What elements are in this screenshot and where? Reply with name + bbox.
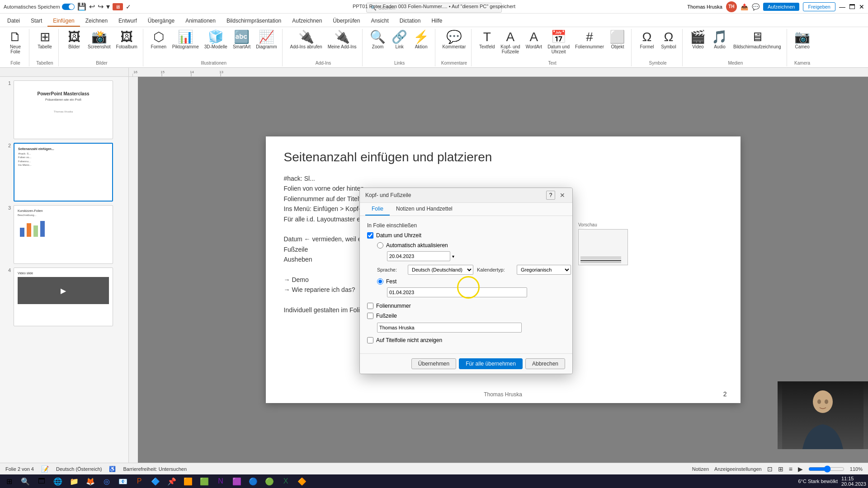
share-icon[interactable]: 📤 xyxy=(741,3,748,10)
ribbon-btn-audio[interactable]: 🎵Audio xyxy=(710,30,730,50)
cancel-button[interactable]: Abbrechen xyxy=(525,358,565,369)
ribbon-btn-add-ins-abrufen[interactable]: 🔌Add-Ins abrufen xyxy=(288,30,324,50)
ribbon-btn-cameo[interactable]: 📷Cameo xyxy=(793,30,812,50)
ribbon-btn-piktogramme[interactable]: 📊Piktogramme xyxy=(170,30,201,50)
dialog-help-button[interactable]: ? xyxy=(546,191,555,200)
ribbon-btn-aktion[interactable]: ⚡Aktion xyxy=(411,30,431,50)
redo-icon[interactable]: ↪ xyxy=(98,2,104,11)
freigeben-button[interactable]: Freigeben xyxy=(803,2,835,11)
taskbar-app2[interactable]: 🔷 xyxy=(148,475,163,487)
datetime-checkbox[interactable] xyxy=(367,232,373,239)
dialog-close-button[interactable]: ✕ xyxy=(558,191,567,200)
fest-radio[interactable] xyxy=(377,278,383,285)
ribbon-btn-formel[interactable]: ΩFormel xyxy=(637,30,657,50)
ribbon-tab-entwurf[interactable]: Entwurf xyxy=(113,16,142,27)
slide-item-1[interactable]: 1 PowerPoint Masterclass Präsentieren wi… xyxy=(4,80,125,139)
ribbon-tab-animationen[interactable]: Animationen xyxy=(180,16,221,27)
save-icon[interactable]: 💾 xyxy=(77,2,86,11)
slide-thumbnail-1[interactable]: PowerPoint Masterclass Präsentieren wie … xyxy=(14,80,113,139)
taskbar-app5[interactable]: 🟩 xyxy=(197,475,212,487)
fest-date-input[interactable] xyxy=(387,287,527,297)
slide-item-3[interactable]: 3Kurskizzen-FolienBeschreibung... xyxy=(4,205,125,264)
ribbon-btn-bilder[interactable]: 🖼Bilder xyxy=(64,30,84,50)
ribbon-btn-foliennummer[interactable]: #Foliennummer xyxy=(573,30,606,50)
notes-label[interactable]: Notizen xyxy=(692,466,709,472)
taskbar-search[interactable]: 🔍 xyxy=(18,475,33,487)
ribbon-btn-textfeld[interactable]: TTextfeld xyxy=(477,30,497,50)
ribbon-btn-bildschirmaufzeichnung[interactable]: 🖥Bildschirmaufzeichnung xyxy=(731,30,783,50)
minimize-icon[interactable]: — xyxy=(839,3,845,10)
taskbar-app4[interactable]: 🟧 xyxy=(181,475,195,487)
taskbar-explorer[interactable]: 📁 xyxy=(67,475,81,487)
titelfolie-checkbox[interactable] xyxy=(367,337,373,343)
ribbon-btn-meine-add-ins[interactable]: 🔌Meine Add-Ins xyxy=(326,30,359,50)
slide-thumbnail-3[interactable]: Kurskizzen-FolienBeschreibung... xyxy=(14,205,113,264)
fuszeile-checkbox[interactable] xyxy=(367,313,373,319)
presentation-icon[interactable]: 🖥 xyxy=(113,3,123,10)
auto-update-radio[interactable] xyxy=(377,242,383,249)
customize-icon[interactable]: ▾ xyxy=(106,2,110,11)
user-avatar[interactable]: TH xyxy=(726,1,737,12)
taskbar-powerpoint[interactable]: P xyxy=(132,475,146,487)
ribbon-tab-hilfe[interactable]: Hilfe xyxy=(426,16,448,27)
apply-all-button[interactable]: Für alle übernehmen xyxy=(459,358,523,369)
view-reading-icon[interactable]: ≡ xyxy=(789,465,793,473)
autosave-switch[interactable] xyxy=(62,4,75,10)
foliennummer-checkbox[interactable] xyxy=(367,303,373,309)
ribbon-btn-tabelle[interactable]: ⊞Tabelle xyxy=(35,30,55,50)
taskbar-edge[interactable]: 🌐 xyxy=(51,475,65,487)
ribbon-btn-screenshot[interactable]: 📸Screenshot xyxy=(86,30,113,50)
slide-thumbnail-4[interactable]: Video slide▶ xyxy=(14,267,113,326)
ribbon-btn-smartart[interactable]: 🔤SmartArt xyxy=(231,30,252,50)
ribbon-tab-bildschirmprsentation[interactable]: Bildschirmpräsentation xyxy=(221,16,287,27)
sprache-select[interactable]: Deutsch (Deutschland) xyxy=(408,265,473,275)
slide-item-2[interactable]: 2Seitenanzahl einfügen...#hack: S...Foli… xyxy=(4,143,125,202)
undo-icon[interactable]: ↩ xyxy=(89,2,95,11)
ribbon-tab-dictation[interactable]: Dictation xyxy=(394,16,426,27)
ribbon-btn-datum-und-uhrzeit[interactable]: 📅Datum und Uhrzeit xyxy=(546,30,571,55)
auto-date-dropdown[interactable]: ▾ xyxy=(452,254,454,259)
view-grid-icon[interactable]: ⊞ xyxy=(778,465,783,473)
slide-thumbnail-2[interactable]: Seitenanzahl einfügen...#hack: S...Folie… xyxy=(14,143,113,202)
ribbon-tab-ansicht[interactable]: Ansicht xyxy=(365,16,394,27)
taskbar-outlook[interactable]: 📧 xyxy=(116,475,130,487)
ribbon-tab-berprfen[interactable]: Überprüfen xyxy=(327,16,365,27)
zoom-slider[interactable] xyxy=(808,465,844,473)
ribbon-btn-wordart[interactable]: AWordArt xyxy=(524,30,544,50)
ribbon-btn-kommentar[interactable]: 💬Kommentar xyxy=(441,30,468,50)
auto-date-input[interactable] xyxy=(387,251,450,261)
taskbar-firefox[interactable]: 🦊 xyxy=(83,475,98,487)
aufzeichnen-button[interactable]: Aufzeichnen xyxy=(763,3,800,11)
ribbon-tab-start[interactable]: Start xyxy=(25,16,47,27)
window-close-icon[interactable]: ✕ xyxy=(859,3,864,10)
taskbar-excel[interactable]: X xyxy=(278,475,293,487)
fuszeile-input[interactable] xyxy=(377,323,522,333)
ribbon-tab-einfgen[interactable]: Einfügen xyxy=(47,16,80,27)
taskbar-app7[interactable]: 🔵 xyxy=(246,475,260,487)
ribbon-btn-zoom[interactable]: 🔍Zoom xyxy=(368,30,388,50)
view-presentation-icon[interactable]: ▶ xyxy=(798,465,803,473)
ribbon-tab-bergnge[interactable]: Übergänge xyxy=(142,16,180,27)
ribbon-btn-diagramm[interactable]: 📈Diagramm xyxy=(254,30,278,50)
ribbon-btn-neue-folie[interactable]: 🗋Neue Folie xyxy=(5,30,25,55)
taskbar-chrome[interactable]: ◎ xyxy=(99,475,114,487)
ribbon-btn-objekt[interactable]: ⬜Objekt xyxy=(608,30,627,50)
taskbar-windows[interactable]: ⊞ xyxy=(2,475,16,487)
ribbon-btn-formen[interactable]: ⬡Formen xyxy=(149,30,169,50)
ribbon-btn-link[interactable]: 🔗Link xyxy=(390,30,410,50)
ribbon-btn-kopf--und-fußzeile[interactable]: AKopf- und Fußzeile xyxy=(499,30,522,55)
taskbar-taskview[interactable]: 🗖 xyxy=(34,475,49,487)
slide-item-4[interactable]: 4Video slide▶ xyxy=(4,267,125,326)
notes-icon[interactable]: 📝 xyxy=(41,465,49,473)
ribbon-btn-video[interactable]: 🎬Video xyxy=(688,30,708,50)
display-settings-label[interactable]: Anzeigeeinstellungen xyxy=(714,466,762,472)
ribbon-tab-aufzeichnen[interactable]: Aufzeichnen xyxy=(287,16,327,27)
ribbon-btn-fotoalbum[interactable]: 🖼Fotoalbum xyxy=(114,30,139,50)
taskbar-app9[interactable]: 🔶 xyxy=(295,475,309,487)
autosave-toggle[interactable]: Automatisches Speichern xyxy=(4,4,75,10)
ribbon-tab-datei[interactable]: Datei xyxy=(2,16,25,27)
maximize-icon[interactable]: 🗖 xyxy=(849,3,855,10)
dialog-tab-notizen[interactable]: Notizen und Handzettel xyxy=(390,203,459,216)
apply-button[interactable]: Übernehmen xyxy=(411,358,456,369)
ribbon-tab-zeichnen[interactable]: Zeichnen xyxy=(80,16,113,27)
